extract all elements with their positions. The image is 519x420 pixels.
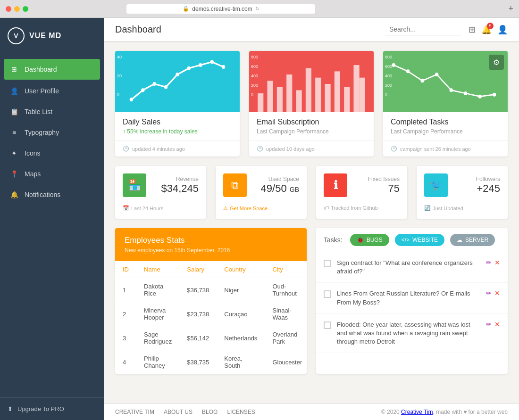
logo-text: VUE MD	[29, 32, 61, 40]
new-tab-button[interactable]: +	[508, 4, 513, 14]
maximize-button[interactable]	[23, 6, 28, 12]
task-delete-3[interactable]: ✕	[494, 321, 500, 328]
twitter-icon: 🐦	[424, 173, 448, 197]
svg-point-21	[392, 63, 395, 67]
email-chart: 8006004002000	[249, 51, 374, 112]
code-icon: </>	[402, 237, 410, 243]
notifications-button[interactable]: 🔔 5	[481, 25, 492, 35]
task-delete-1[interactable]: ✕	[494, 259, 500, 266]
icons-icon: ✦	[9, 148, 19, 158]
footer-link-blog[interactable]: BLOG	[202, 409, 218, 415]
gear-icon[interactable]: ⚙	[489, 55, 504, 70]
user-icon: 👤	[9, 86, 19, 96]
sidebar-item-dashboard[interactable]: ⊞ Dashboard	[4, 59, 100, 80]
tab-website[interactable]: </> WEBSITE	[395, 234, 444, 246]
task-edit-1[interactable]: ✏	[486, 259, 492, 266]
sidebar-item-table-list[interactable]: 📋 Table List	[0, 101, 104, 122]
svg-point-24	[435, 73, 438, 76]
calendar-icon: 📅	[123, 205, 129, 211]
sidebar-item-user-profile[interactable]: 👤 User Profile	[0, 81, 104, 101]
sidebar-item-label: Dashboard	[25, 66, 57, 73]
svg-rect-15	[315, 78, 321, 112]
footer-brand-link[interactable]: Creative Tim	[401, 409, 433, 415]
svg-point-26	[464, 91, 467, 95]
svg-rect-14	[306, 68, 311, 112]
info-icon: ℹ	[324, 173, 347, 197]
task-delete-2[interactable]: ✕	[494, 289, 500, 297]
employees-card: Employees Stats New employees on 15th Se…	[115, 228, 307, 374]
footer-link-licenses[interactable]: LICENSES	[227, 409, 255, 415]
sidebar-item-label: Table List	[25, 108, 52, 115]
task-edit-2[interactable]: ✏	[486, 289, 492, 297]
col-salary: Salary	[179, 261, 217, 278]
svg-point-8	[222, 65, 225, 69]
svg-point-27	[478, 95, 482, 99]
bar-chart-svg	[254, 56, 369, 112]
grid-view-button[interactable]: ⊞	[469, 25, 476, 35]
minimize-button[interactable]	[14, 6, 20, 12]
table-body: 1 Dakota Rice $36,738 Niger Oud-Turnhout…	[115, 278, 307, 374]
task-text-3: Flooded: One year later, assessing what …	[337, 321, 480, 346]
user-menu-button[interactable]: 👤	[497, 25, 508, 35]
email-footer: 🕐 updated 10 days ago	[249, 140, 374, 156]
svg-point-23	[421, 79, 424, 82]
mini-cards-row: 🏪 Revenue $34,245 📅 Last 24 Hours ⧉	[115, 166, 508, 219]
col-name: Name	[136, 261, 179, 278]
svg-rect-17	[335, 71, 340, 112]
svg-rect-9	[258, 93, 263, 112]
task-checkbox-3[interactable]	[324, 321, 331, 329]
address-bar[interactable]: 🔒 demos.creative-tim.com ↻	[126, 4, 315, 14]
browser-chrome: 🔒 demos.creative-tim.com ↻ +	[0, 0, 519, 18]
used-space-header: ⧉ Used Space 49/50 GB	[223, 173, 299, 197]
followers-stats: Followers +245	[453, 176, 500, 195]
chart-x-labels: MTWTFSS	[120, 114, 235, 121]
upgrade-button[interactable]: ⬆ Upgrade To PRO	[0, 397, 104, 420]
followers-header: 🐦 Followers +245	[424, 173, 500, 197]
sidebar-item-notifications[interactable]: 🔔 Notifications	[0, 184, 104, 205]
tasks-chart: ⚙ 8006004002000	[383, 51, 508, 112]
fixed-issues-stats: Fixed Issues 75	[353, 176, 400, 195]
footer-link-creative-tim[interactable]: CREATIVE TIM	[115, 409, 154, 415]
task-checkbox-1[interactable]	[324, 260, 331, 267]
task-actions-1: ✏ ✕	[486, 259, 500, 266]
svg-point-6	[199, 63, 202, 67]
close-button[interactable]	[6, 6, 11, 12]
clock-icon: 🕐	[123, 146, 129, 152]
sidebar-item-label: Typography	[25, 129, 59, 136]
search-input[interactable]	[385, 24, 461, 35]
svg-point-3	[164, 85, 167, 89]
table-row: 1 Dakota Rice $36,738 Niger Oud-Turnhout	[115, 278, 307, 302]
svg-rect-20	[360, 78, 365, 112]
svg-point-25	[450, 88, 453, 92]
revenue-stats: Revenue $34,245	[152, 176, 199, 195]
revenue-icon: 🏪	[123, 173, 146, 197]
task-actions-3: ✏ ✕	[486, 321, 500, 328]
tab-bugs[interactable]: 🐞 BUGS	[350, 234, 389, 246]
revenue-card: 🏪 Revenue $34,245 📅 Last 24 Hours	[115, 166, 206, 219]
svg-rect-16	[325, 84, 330, 112]
stat-cards-row: 40200	[115, 51, 508, 156]
header-right: ⊞ 🔔 5 👤	[385, 24, 508, 35]
task-text-1: Sign contract for "What are conference o…	[337, 259, 480, 276]
sidebar-item-maps[interactable]: 📍 Maps	[0, 164, 104, 184]
sidebar-item-icons[interactable]: ✦ Icons	[0, 143, 104, 164]
tab-server[interactable]: ☁ SERVER	[450, 234, 495, 246]
refresh-icon: 🔄	[424, 205, 431, 211]
task-actions-2: ✏ ✕	[486, 289, 500, 297]
svg-rect-19	[353, 65, 359, 112]
footer: CREATIVE TIM ABOUT US BLOG LICENSES © 20…	[104, 404, 519, 420]
chart-x-labels: 12am3pm6pm9pm12pm9am	[388, 114, 503, 120]
task-checkbox-2[interactable]	[324, 290, 331, 298]
sidebar-item-typography[interactable]: ≡ Typography	[0, 122, 104, 143]
task-edit-3[interactable]: ✏	[486, 321, 492, 328]
footer-link-about-us[interactable]: ABOUT US	[164, 409, 193, 415]
tasks-line-chart	[388, 56, 503, 112]
email-subtitle: Last Campaign Performance	[257, 128, 366, 135]
svg-point-2	[153, 82, 156, 86]
url-text: demos.creative-tim.com	[192, 6, 252, 12]
bell-icon: 🔔	[9, 190, 19, 199]
col-id: ID	[115, 261, 136, 278]
followers-footer: 🔄 Just Updated	[424, 201, 500, 211]
header-icons: ⊞ 🔔 5 👤	[469, 25, 508, 35]
tasks-card: Tasks: 🐞 BUGS </> WEBSITE ☁ SERVER	[316, 228, 508, 374]
